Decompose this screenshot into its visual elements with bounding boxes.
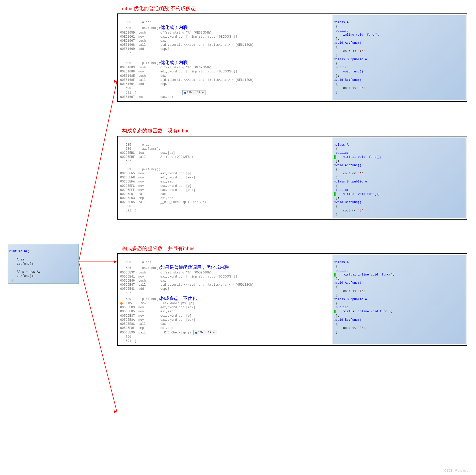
p1-annotation-2: 优化成了内联: [160, 60, 188, 65]
panel2-title: 构成多态的虚函数，没有inline: [122, 127, 467, 134]
p3-asm-l13: 005D5E87 mov ecx,dword ptr [p]: [120, 314, 192, 318]
p1-asm-l16: 591: }: [120, 91, 137, 95]
p3-asm-l5: 005D5E46 push eax: [120, 279, 166, 283]
p3-annotation-1: 如果是普通函数调用，优化成内联: [160, 265, 229, 270]
green-marker-icon: [334, 273, 336, 277]
p2-src-l16: {: [336, 205, 338, 208]
green-marker-icon: [334, 155, 336, 159]
p1-annotation-1: 优化成了内联: [160, 25, 188, 30]
p1-src-l10: class B :public A: [336, 58, 367, 61]
p1-asm-l11: 00E61688 mov edx,dword ptr [__imp_std::c…: [120, 70, 237, 73]
p3-asm-l17: 005D5E90 call __RTC_CheckEsp (0: [120, 331, 192, 334]
p3-asm-l3: 005D5E3C push offset string "A" (05D9D60…: [120, 271, 212, 274]
watermark: CSDN @dis-evd: [444, 469, 468, 472]
p2-asm-l11: 002C5EFF mov eax,dword ptr [edx]: [120, 188, 195, 192]
p2-src-l7: {: [336, 168, 338, 171]
p2-src-l14: };: [336, 196, 339, 200]
p3-asm-l14: 005D5E8A mov eax,dword ptr [edx]: [120, 318, 195, 322]
p1-asm-l7: 00E6166D add esp,8: [120, 47, 169, 51]
p3-src-l7: {: [336, 285, 338, 289]
panel2: 585: A aa; 586: aa.func(); 002C5EBC lea …: [117, 136, 467, 220]
p1-asm-l4: 00E61662 mov eax,dword ptr [__imp_std::c…: [120, 35, 237, 39]
p2-asm-l2: 586: aa.func();: [120, 147, 160, 151]
p1-src-l16: {: [336, 82, 338, 86]
p3-src-l12: public:: [336, 306, 348, 309]
p1-asm-l10: 00E61683 push offset string "A" (0E69DD4…: [120, 66, 212, 69]
p2-asm-l12: 002C5F01 call eax: [120, 192, 166, 196]
p1-asm-l6: 00E61668 call std::operator<<<std::char_…: [120, 43, 254, 47]
panel3: 585: A aa; 586: aa.func();如果是普通函数调用，优化成内…: [117, 253, 467, 346]
p2-asm-l3: 002C5EBC lea ecx,[aa]: [120, 151, 175, 155]
p2-asm-l9: 002C5EFA mov esi,esp: [120, 180, 173, 183]
main-source-panel: ⊟int main() { A aa; aa.func(); A* p = ne…: [8, 244, 79, 284]
p3-src-l18: }: [336, 330, 338, 334]
p1-asm-l9: 589: p->func();: [120, 62, 160, 65]
p3-asm-l6: 005D5E47 call std::operator<<<std::char_…: [120, 283, 254, 287]
p3-src-l10: class B :public A: [336, 298, 367, 301]
p2-src-l1: class A: [336, 143, 348, 147]
panel1-title: inline优化的普通函数 不构成多态: [122, 5, 467, 12]
p1-src-l2: {: [336, 25, 338, 28]
p2-asm-l4: 002C5EBF call A::func (02C12F8h): [120, 155, 193, 159]
p1-src-l13: void func();: [336, 70, 365, 73]
p1-src-l18: }: [336, 90, 338, 94]
p2-src-l4: virtual void func();: [336, 155, 382, 159]
p3-asm-l15: 005D5E8C call eax: [120, 322, 166, 326]
svg-line-2: [79, 262, 117, 412]
main-line-4: aa.func();: [9, 262, 35, 266]
p3-annotation-2: 构成多态，不优化: [160, 296, 197, 301]
p2-src-l11: {: [336, 184, 338, 188]
main-line-3: A aa;: [9, 258, 26, 262]
svg-marker-5: [114, 410, 117, 413]
p2-src-l12: public:: [336, 188, 348, 192]
p3-src-l9: }: [336, 294, 338, 297]
p2-src-l18: }: [336, 213, 338, 217]
p1-asm-l17: 00E61697 xor eax,eax: [120, 95, 173, 99]
p3-asm-l11: 005D5E83 mov edx,dword ptr [ecx]: [120, 306, 195, 309]
panel3-asm: 585: A aa; 586: aa.func();如果是普通函数调用，优化成内…: [119, 255, 330, 344]
p2-asm-l1: 585: A aa;: [120, 143, 151, 147]
p2-asm-l14: 002C5F05 call __RTC_CheckEsp (02C11BDh): [120, 201, 206, 204]
p1-src-l6: void A::func(): [336, 41, 361, 45]
p3-asm-l2: 586: aa.func();: [120, 266, 160, 270]
p1-asm-l3: 00E6165D push offset string "A" (0E69DD4…: [120, 31, 212, 35]
p2-src-l10: class B :public A: [336, 180, 367, 183]
main-line-7: p->func();: [9, 274, 35, 278]
p3-src-l1: class A: [336, 261, 348, 264]
p3-asm-l12: 005D5E85 mov esi,esp: [120, 310, 173, 313]
p3-src-l6: void A::func(): [336, 281, 361, 285]
p1-asm-l13: 00E6168F call std::operator<<<std::char_…: [120, 78, 254, 82]
panel3-src: ⊟class A { public: virtual inline void f…: [332, 255, 466, 344]
p2-src-l2: {: [336, 147, 338, 151]
p1-src-l3: public:: [336, 29, 348, 33]
p1-src-l7: {: [336, 45, 338, 49]
panel3-title: 构成多态的虚函数，并且有inline: [122, 245, 467, 252]
p3-badge-text: 18h 24: [198, 331, 211, 334]
breakpoint-icon[interactable]: [120, 302, 123, 305]
p3-asm-l7: 005D5E4C add esp,8: [120, 287, 169, 291]
p1-badge[interactable]: 20h 32 ⬅: [182, 90, 205, 95]
p2-asm-l6: 589: p->func();: [120, 168, 160, 171]
p2-src-l6: void A::func(): [336, 164, 361, 167]
p2-src-l15: void B::func(): [336, 201, 361, 204]
p3-src-l5: };: [336, 277, 339, 281]
svg-marker-4: [114, 260, 117, 263]
p3-src-l3: public:: [336, 269, 348, 272]
p1-asm-l12: 00E6168E push edx: [120, 74, 166, 78]
p3-src-l13: virtual inline void func();: [336, 310, 393, 313]
panel1-asm: 585: A aa; 586: aa.func();优化成了内联 00E6165…: [119, 15, 330, 100]
p1-src-l15: void B::func(): [336, 78, 361, 82]
p3-asm-l9: 589: p->func();: [120, 297, 160, 301]
p3-asm-l4: 005D5E41 mov eax,dword ptr [__imp_std::c…: [120, 275, 237, 279]
p2-asm-l8: 002C5EF8 mov edx,dword ptr [eax]: [120, 176, 195, 179]
p1-asm-l2: 586: aa.func();: [120, 26, 160, 30]
p2-src-l5: };: [336, 159, 339, 163]
p3-badge[interactable]: 18h 24 ⬅: [193, 330, 216, 335]
p2-src-l9: }: [336, 176, 338, 179]
p2-src-l3: public:: [336, 151, 348, 155]
p3-src-l4: virtual inline void func();: [336, 273, 394, 277]
p2-asm-l7: 002C5EF5 mov eax,dword ptr [p]: [120, 172, 192, 175]
p1-src-l1: class A: [336, 21, 348, 24]
p3-asm-l18: 590:: [120, 335, 133, 339]
p1-src-l11: {: [336, 62, 338, 65]
